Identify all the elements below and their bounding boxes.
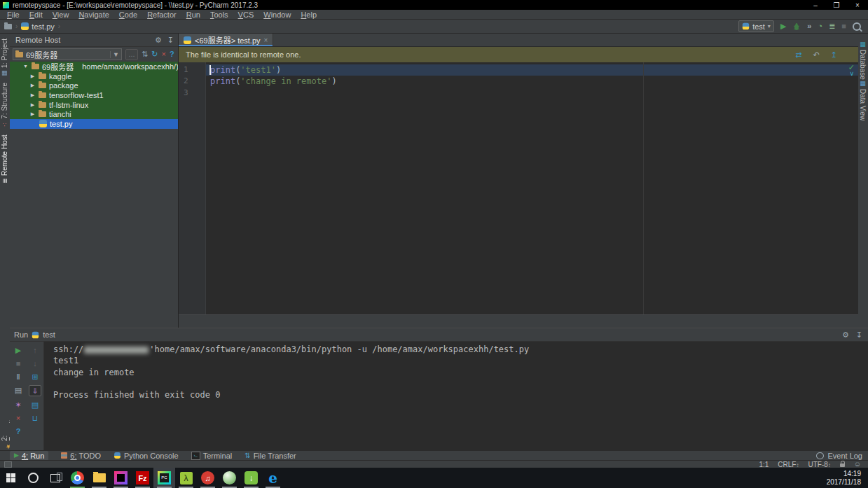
code-area[interactable]: print('test1') print('change in remote') <box>206 62 858 314</box>
tree-folder-tianchi[interactable]: ▶ tianchi <box>10 109 178 119</box>
tree-folder-package[interactable]: ▶ package <box>10 81 178 90</box>
cortana-search-button[interactable] <box>22 468 44 488</box>
run-toolbar: test ▾ ▶ » ◔ ≣ ■ <box>738 20 864 32</box>
menu-code[interactable]: Code <box>114 11 142 19</box>
toolwindow-run[interactable]: ▶ 4: Run <box>10 451 48 461</box>
database-icon: ▦ <box>860 41 867 48</box>
close-panel-icon[interactable]: × <box>161 50 165 58</box>
menu-refactor[interactable]: Refactor <box>142 11 181 19</box>
debug-icon[interactable] <box>792 22 801 31</box>
expand-arrow-icon[interactable]: ▶ <box>10 111 36 117</box>
toolstrip-data-view[interactable]: ▦Data View <box>859 80 867 120</box>
toolstrip-structure[interactable]: ∴7: Structure <box>1 83 8 128</box>
menu-tools[interactable]: Tools <box>205 11 233 19</box>
close-button[interactable]: × <box>847 1 868 9</box>
run-button[interactable]: ▶ <box>780 22 786 30</box>
taskbar-idm[interactable]: ↓ <box>240 468 262 488</box>
taskbar-file-explorer[interactable] <box>88 468 110 488</box>
expand-notification-icon[interactable]: ∨ <box>849 70 854 77</box>
tree-folder-tensorflow-test1[interactable]: ▶ tensorflow-test1 <box>10 90 178 100</box>
toolwindow-terminal[interactable]: ›_ Terminal <box>191 452 233 460</box>
expand-arrow-icon[interactable]: ▶ <box>10 74 36 79</box>
taskbar-filezilla[interactable]: Fz <box>132 468 153 488</box>
menu-edit[interactable]: Edit <box>25 11 48 19</box>
browse-button[interactable]: ... <box>125 49 138 60</box>
collapse-arrow-icon[interactable]: ▼ <box>10 64 29 69</box>
expand-arrow-icon[interactable]: ▶ <box>10 102 36 108</box>
menu-file[interactable]: File <box>2 11 25 19</box>
tree-root-server[interactable]: ▼ 69服务器 home/amax/workspacexhh/) <box>10 62 178 71</box>
toolwindow-todo[interactable]: 6: TODO <box>61 452 101 460</box>
toolwindow-event-log[interactable]: Event Log <box>816 452 862 460</box>
menu-view[interactable]: View <box>48 11 74 19</box>
toolstrip-database[interactable]: ▦Database <box>859 41 867 80</box>
code-editor[interactable]: 1 2 3 print('test1') print('change in re… <box>179 62 858 314</box>
menu-run[interactable]: Run <box>181 11 205 19</box>
task-view-button[interactable] <box>44 468 67 488</box>
run-dashboard-icon[interactable]: ≣ <box>829 22 835 30</box>
colorpicker-wand-icon[interactable]: ✶ <box>13 400 24 410</box>
minimize-button[interactable]: – <box>805 1 826 9</box>
clear-output-icon[interactable]: ⊔ <box>29 413 41 423</box>
caret-position[interactable]: 1:1 <box>759 461 769 468</box>
toolstrip-project[interactable]: ▦1: Project <box>1 39 8 77</box>
taskbar-clock[interactable]: 14:19 2017/11/18 <box>827 470 868 487</box>
breadcrumb-file[interactable]: test.py <box>32 22 54 31</box>
restore-layout-icon[interactable]: ⊞ <box>29 372 41 382</box>
tree-folder-kaggle[interactable]: ▶ kaggle <box>10 71 178 81</box>
upload-icon[interactable]: ↥ <box>831 51 837 59</box>
project-folder-icon[interactable] <box>4 24 12 29</box>
refresh-icon[interactable]: ↻ <box>151 50 158 58</box>
tree-file-testpy-selected[interactable]: test.py <box>10 119 178 129</box>
taskbar-intellij-idea[interactable] <box>110 468 132 488</box>
run-console-output[interactable]: ssh://'home/amax/software/anaconda3/bin/… <box>43 342 868 400</box>
merge-compare-icon[interactable]: ⇄ <box>795 51 801 59</box>
revert-icon[interactable]: ↶ <box>813 51 820 59</box>
show-console-icon[interactable]: ▤ <box>13 385 24 395</box>
toolwindow-toggle-icon[interactable] <box>4 461 12 468</box>
restore-button[interactable]: ❐ <box>826 1 847 9</box>
rerun-icon[interactable]: ▶ <box>13 345 24 355</box>
hide-panel-icon[interactable]: ↧ <box>167 36 174 44</box>
tab-title: <69服务器> test.py <box>195 34 261 46</box>
hector-inspector-icon[interactable]: ☺ <box>854 461 861 468</box>
editor-tab-testpy[interactable]: <69服务器> test.py × <box>179 34 273 46</box>
taskbar-chrome[interactable] <box>67 468 88 488</box>
toolwindow-python-console[interactable]: Python Console <box>113 452 179 460</box>
start-button[interactable] <box>0 468 22 488</box>
menu-navigate[interactable]: Navigate <box>74 11 113 19</box>
menu-help[interactable]: Help <box>296 11 322 19</box>
pause-output-icon[interactable]: Ⅱ <box>13 372 24 382</box>
todo-icon <box>61 452 67 459</box>
taskbar-edge[interactable]: e <box>262 468 284 488</box>
help-icon[interactable]: ? <box>13 426 24 436</box>
taskbar-netease-music[interactable]: ♫ <box>197 468 219 488</box>
profiler-icon[interactable]: ◔ <box>818 22 822 30</box>
toolstrip-remote-host[interactable]: ≣Remote Host <box>1 135 8 183</box>
taskbar-pycharm-active[interactable]: PC <box>153 468 175 488</box>
gear-icon[interactable]: ⚙ <box>842 331 849 339</box>
expand-arrow-icon[interactable]: ▶ <box>10 83 36 88</box>
menu-window[interactable]: Window <box>259 11 296 19</box>
expand-arrow-icon[interactable]: ▶ <box>10 92 36 98</box>
encoding-select[interactable]: UTF-8↕ <box>808 461 830 468</box>
toolwindow-file-transfer[interactable]: ⇅ File Transfer <box>244 452 296 460</box>
search-everywhere-icon[interactable] <box>853 22 861 31</box>
menu-vcs[interactable]: VCS <box>233 11 259 19</box>
line-ending-select[interactable]: CRLF↕ <box>778 461 799 468</box>
run-configuration-select[interactable]: test ▾ <box>738 20 774 32</box>
taskbar-green-notes-app[interactable]: λ <box>175 468 197 488</box>
gear-icon[interactable]: ⚙ <box>155 36 162 44</box>
help-icon[interactable]: ? <box>170 50 174 58</box>
run-with-coverage-icon[interactable]: » <box>807 22 811 30</box>
readonly-lock-icon[interactable] <box>840 463 845 467</box>
print-icon[interactable]: ▤ <box>29 400 41 410</box>
taskbar-sphere-app[interactable] <box>219 468 240 488</box>
close-console-icon[interactable]: × <box>13 413 24 423</box>
tab-close-icon[interactable]: × <box>264 36 268 44</box>
scroll-to-end-icon[interactable]: ⇓ <box>29 385 41 396</box>
sync-icon[interactable]: ⇅ <box>142 50 148 58</box>
server-select[interactable]: 69服务器 ▼ <box>13 48 122 60</box>
tree-folder-tf-lstm-linux[interactable]: ▶ tf-lstm-linux <box>10 100 178 110</box>
hide-panel-icon[interactable]: ↧ <box>856 331 862 339</box>
